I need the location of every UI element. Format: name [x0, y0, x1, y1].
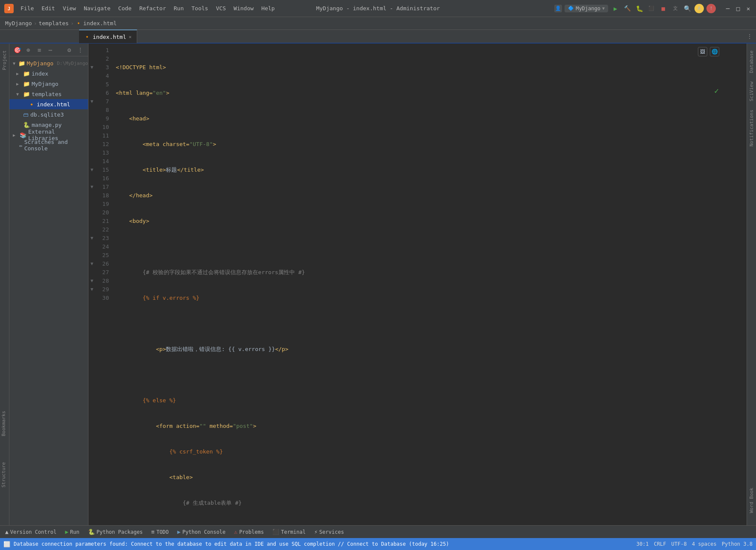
- tree-label-manage-py: manage.py: [32, 122, 62, 128]
- build-button[interactable]: 🔨: [623, 4, 632, 13]
- services-btn[interactable]: ⚡ Services: [312, 529, 346, 535]
- run-button[interactable]: ▶: [611, 4, 620, 13]
- gutter-23: ▼: [88, 233, 95, 242]
- notifications-panel-label[interactable]: Notifications: [748, 106, 755, 150]
- menu-view[interactable]: View: [59, 3, 79, 13]
- menu-help[interactable]: Help: [258, 3, 278, 13]
- ln-15: 15: [95, 166, 109, 174]
- menu-vcs[interactable]: VCS: [212, 3, 229, 13]
- tree-templates-folder[interactable]: ▼ 📁 templates: [9, 89, 88, 99]
- sciview-panel-label[interactable]: SciView: [748, 78, 755, 105]
- project-tree: ▼ 📁 MyDjango D:\MyDjango ▶ 📁 index ▶ 📁 M…: [9, 56, 88, 525]
- tree-label-scratches: Scratches and Console: [24, 139, 88, 152]
- sidebar-settings-btn[interactable]: ⚙: [65, 46, 74, 54]
- maximize-button[interactable]: □: [735, 5, 741, 12]
- status-position[interactable]: 30:1: [636, 541, 649, 547]
- fold-26[interactable]: ▼: [91, 261, 94, 266]
- run-config-selector[interactable]: 🔷 MyDjango ▼: [565, 5, 608, 12]
- tab-overflow-button[interactable]: ⋮: [747, 33, 753, 40]
- user-avatar[interactable]: A: [694, 4, 704, 13]
- search-everywhere-button[interactable]: 🔍: [682, 4, 692, 13]
- sidebar-collapse-btn[interactable]: ⊕: [24, 46, 32, 54]
- tab-close-button[interactable]: ✕: [129, 34, 132, 40]
- sidebar-sort-btn[interactable]: ≡: [35, 46, 44, 54]
- status-crlf[interactable]: CRLF: [654, 541, 666, 547]
- close-button[interactable]: ✕: [745, 5, 752, 12]
- menu-navigate[interactable]: Navigate: [80, 3, 114, 13]
- tree-index-folder[interactable]: ▶ 📁 index: [9, 68, 88, 79]
- sidebar-more-btn[interactable]: ⋮: [76, 46, 85, 54]
- html-file-icon: 🔸: [28, 101, 35, 108]
- fold-29[interactable]: ▼: [91, 287, 94, 292]
- status-charset[interactable]: UTF-8: [671, 541, 687, 547]
- folder-icon-templates: 📁: [23, 91, 30, 97]
- breadcrumb-file[interactable]: 🔸 index.html: [76, 20, 117, 26]
- breadcrumb-mydjango[interactable]: MyDjango: [5, 20, 32, 26]
- editor-icon-1[interactable]: 🖼: [698, 47, 707, 56]
- todo-btn[interactable]: ≡ TODO: [150, 529, 171, 535]
- minimize-button[interactable]: ─: [724, 5, 731, 12]
- debug-button[interactable]: 🐛: [635, 4, 644, 13]
- problems-btn[interactable]: ⚠ Problems: [232, 529, 266, 535]
- python-console-btn[interactable]: ▶ Python Console: [176, 529, 227, 535]
- editor-icon-2[interactable]: 🌐: [710, 47, 719, 56]
- database-panel-label[interactable]: Database: [748, 47, 755, 76]
- fold-17[interactable]: ▼: [91, 184, 94, 190]
- fold-7[interactable]: ▼: [91, 99, 94, 104]
- gutter-6: [88, 88, 95, 97]
- menu-edit[interactable]: Edit: [38, 3, 58, 13]
- ln-20: 20: [95, 208, 109, 217]
- breadcrumb-templates[interactable]: templates: [38, 20, 68, 26]
- bookmarks-side-label[interactable]: Bookmarks: [0, 407, 9, 440]
- fold-28[interactable]: ▼: [91, 278, 94, 284]
- menu-run[interactable]: Run: [171, 3, 187, 13]
- structure-side-label[interactable]: Structure: [0, 459, 9, 491]
- gutter-16: [88, 173, 95, 182]
- tree-mydjango-subfolder[interactable]: ▶ 📁 MyDjango: [9, 79, 88, 89]
- code-line-6: </head>: [116, 191, 747, 200]
- gutter-18: [88, 190, 95, 199]
- version-control-label: Version Control: [10, 529, 56, 535]
- fold-3[interactable]: ▼: [91, 64, 94, 70]
- gutter-7: ▼: [88, 97, 95, 105]
- status-indent[interactable]: 4 spaces: [692, 541, 717, 547]
- menu-code[interactable]: Code: [115, 3, 135, 13]
- menu-window[interactable]: Window: [230, 3, 257, 13]
- fold-15[interactable]: ▼: [91, 167, 94, 173]
- gutter-29: ▼: [88, 284, 95, 293]
- fold-23[interactable]: ▼: [91, 235, 94, 241]
- status-python[interactable]: Python 3.8: [722, 541, 753, 547]
- sidebar-filter-btn[interactable]: ⋯: [46, 46, 55, 54]
- wordbook-panel-label[interactable]: Word Book: [748, 484, 755, 517]
- tree-db-sqlite3[interactable]: ▶ 🗃 db.sqlite3: [9, 109, 88, 120]
- code-editor[interactable]: <!DOCTYPE html> <html lang="en"> <head> …: [112, 45, 747, 524]
- menu-file[interactable]: File: [17, 3, 37, 13]
- tab-index-html[interactable]: 🔸 index.html ✕: [79, 29, 137, 43]
- coverage-button[interactable]: ⬛: [647, 4, 656, 13]
- line-numbers: 1 2 3 4 5 6 7 8 9 10 11 12 13 14 15 16 1…: [95, 45, 112, 524]
- gutter-17: ▼: [88, 182, 95, 190]
- run-tool-btn[interactable]: ▶ Run: [63, 529, 81, 535]
- version-control-btn[interactable]: ▲ Version Control: [3, 529, 58, 535]
- ln-27: 27: [95, 268, 109, 277]
- run-config-label: MyDjango: [576, 6, 600, 12]
- menu-tools[interactable]: Tools: [188, 3, 212, 13]
- code-line-18: {# 生成table表单 #}: [116, 499, 747, 507]
- project-side-label[interactable]: Project: [1, 47, 8, 73]
- status-warning-icon: ⬜: [3, 541, 10, 547]
- code-line-5: <title>标题</title>: [116, 166, 747, 174]
- profile-btn[interactable]: 👤: [554, 5, 562, 12]
- ln-2: 2: [95, 55, 109, 63]
- translate-button[interactable]: 文: [671, 4, 680, 13]
- stop-button[interactable]: ■: [659, 4, 668, 13]
- terminal-icon: ⬛: [272, 529, 279, 535]
- tree-mydjango-root[interactable]: ▼ 📁 MyDjango D:\MyDjango: [9, 58, 88, 68]
- tree-index-html[interactable]: ▶ 🔸 index.html: [9, 99, 88, 109]
- terminal-btn[interactable]: ⬛ Terminal: [271, 529, 307, 535]
- python-packages-btn[interactable]: 🐍 Python Packages: [86, 529, 144, 535]
- breadcrumb: MyDjango › templates › 🔸 index.html: [0, 17, 756, 30]
- ln-21: 21: [95, 217, 109, 225]
- menu-refactor[interactable]: Refactor: [136, 3, 170, 13]
- tree-scratches[interactable]: ▶ ✏ Scratches and Console: [9, 140, 88, 150]
- sidebar-locate-btn[interactable]: 🎯: [13, 46, 21, 54]
